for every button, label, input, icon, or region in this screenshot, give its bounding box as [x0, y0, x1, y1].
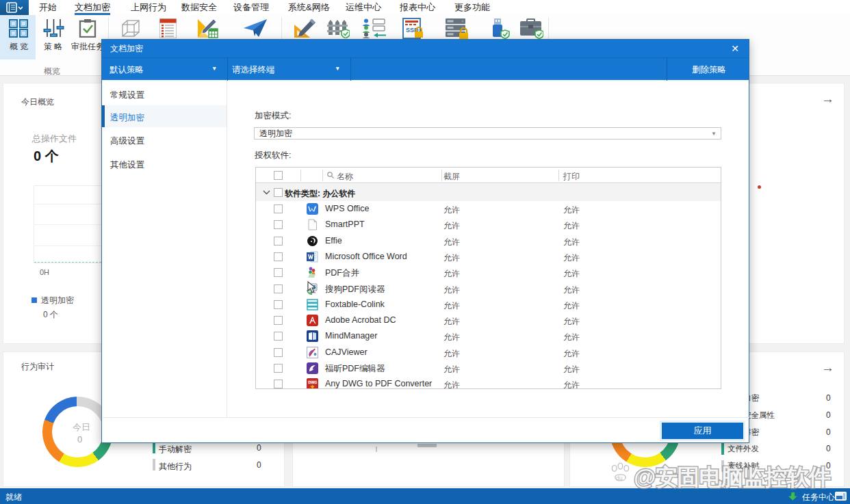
svg-text:DWG: DWG: [308, 380, 317, 384]
svg-text:du: du: [616, 475, 623, 481]
